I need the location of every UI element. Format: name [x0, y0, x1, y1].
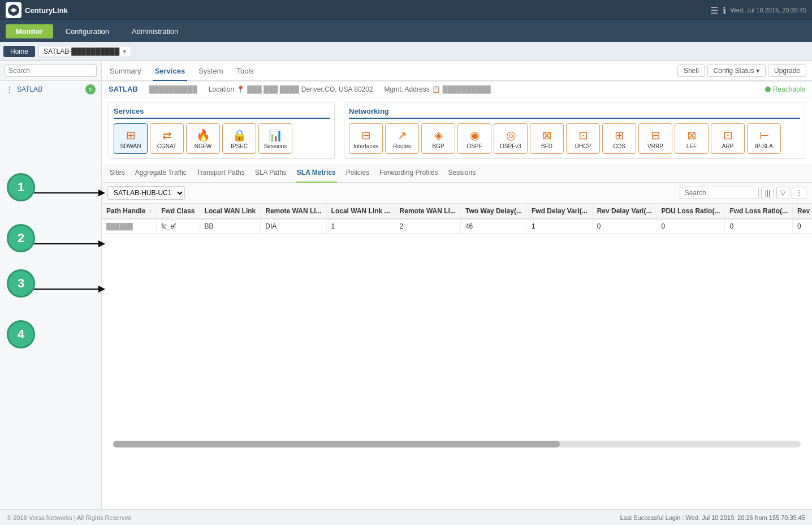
net-tile-interfaces[interactable]: ⊟ Interfaces — [349, 123, 383, 154]
sub-tab-aggregate-traffic[interactable]: Aggregate Traffic — [134, 164, 188, 183]
home-button[interactable]: Home — [3, 46, 35, 57]
net-tile-bgp[interactable]: ◈ BGP — [421, 123, 455, 154]
cell-remote-wan-link: DIA — [261, 219, 326, 234]
config-status-button[interactable]: Config Status ▾ — [707, 64, 766, 77]
cos-icon: ⊞ — [615, 128, 624, 142]
sub-tab-policies[interactable]: Policies — [345, 164, 370, 183]
nav-configuration[interactable]: Configuration — [55, 24, 119, 38]
annotation-arrow-2 — [34, 235, 113, 252]
ospf-icon: ◉ — [470, 128, 480, 142]
service-tile-ngfw[interactable]: 🔥 NGFW — [186, 123, 220, 154]
more-button[interactable]: ⋮ — [792, 187, 806, 199]
horizontal-scrollbar[interactable] — [113, 441, 801, 447]
annotation-1: 1 — [7, 173, 35, 201]
net-tile-vrrp[interactable]: ⊟ VRRP — [638, 123, 672, 154]
service-tile-ipsec[interactable]: 🔒 IPSEC — [222, 123, 256, 154]
device-selector[interactable]: SATLAB-██████████ ▾ — [38, 46, 131, 57]
bfd-label: BFD — [541, 143, 552, 149]
col-rev-loss[interactable]: Rev Loss — [793, 204, 812, 219]
col-remote-wan-link-num[interactable]: Remote WAN Li... — [395, 204, 460, 219]
green-dot-icon — [765, 87, 771, 92]
services-panel-title: Services — [114, 107, 330, 119]
sidebar-item-label: SATLAB — [17, 85, 42, 93]
cell-fwd-class: fc_ef — [157, 219, 200, 234]
search-input[interactable] — [5, 64, 97, 77]
sub-tabs: Sites Aggregate Traffic Transport Paths … — [102, 163, 812, 183]
col-remote-wan-link[interactable]: Remote WAN Li... — [261, 204, 326, 219]
service-tile-sessions[interactable]: 📊 Sessions — [258, 123, 292, 154]
nav-administration[interactable]: Administration — [122, 24, 188, 38]
tab-system[interactable]: System — [196, 62, 225, 81]
col-rev-delay-var[interactable]: Rev Delay Vari(... — [592, 204, 656, 219]
nav-monitor[interactable]: Monitor — [6, 24, 53, 38]
net-tile-ip-sla[interactable]: ⊢ IP-SLA — [747, 123, 781, 154]
table-search-input[interactable] — [680, 187, 759, 199]
cell-fwd-delay-var: 1 — [526, 219, 592, 234]
routes-icon: ↗ — [398, 128, 407, 142]
annotation-arrow-1 — [34, 184, 113, 201]
col-local-wan-link-num[interactable]: Local WAN Link ... — [326, 204, 395, 219]
columns-button[interactable]: ||| — [761, 187, 774, 199]
networking-panel-title: Networking — [349, 107, 800, 119]
ospf-label: OSPF — [467, 143, 482, 149]
copy-icon[interactable]: 📋 — [432, 85, 440, 93]
net-tile-cos[interactable]: ⊞ COS — [602, 123, 636, 154]
list-icon[interactable]: ☰ — [710, 5, 718, 16]
filter-button[interactable]: ▽ — [776, 187, 789, 199]
device-table-selector[interactable]: SATLAB-HUB-UC1 — [107, 186, 185, 200]
logo: CenturyLink — [6, 2, 68, 18]
net-tile-dhcp[interactable]: ⊡ DHCP — [566, 123, 600, 154]
col-local-wan-link[interactable]: Local WAN Link — [200, 204, 261, 219]
service-tile-cgnat[interactable]: ⇄ CGNAT — [150, 123, 184, 154]
sub-tab-transport-paths[interactable]: Transport Paths — [196, 164, 246, 183]
refresh-button[interactable]: ↻ — [85, 84, 96, 94]
col-path-handle[interactable]: Path Handle ↑ — [102, 204, 157, 219]
cell-local-wan-link: BB — [200, 219, 261, 234]
net-tile-ospfv3[interactable]: ◎ OSPFv3 — [494, 123, 528, 154]
tab-tools[interactable]: Tools — [234, 62, 256, 81]
shell-button[interactable]: Shell — [677, 64, 705, 77]
interfaces-icon: ⊟ — [361, 128, 371, 142]
annotation-4: 4 — [7, 320, 35, 348]
annotation-2: 2 — [7, 224, 35, 252]
tab-summary[interactable]: Summary — [107, 62, 144, 81]
vrrp-icon: ⊟ — [651, 128, 660, 142]
col-fwd-delay-var[interactable]: Fwd Delay Vari(... — [526, 204, 592, 219]
svg-point-1 — [12, 8, 15, 12]
sub-tab-sla-paths[interactable]: SLA Paths — [254, 164, 288, 183]
net-tile-arp[interactable]: ⊡ ARP — [711, 123, 745, 154]
net-tile-ospf[interactable]: ◉ OSPF — [457, 123, 491, 154]
table-row: ██████ fc_ef BB DIA 1 2 46 1 0 0 0 0 — [102, 219, 812, 234]
col-fwd-class[interactable]: Fwd Class — [157, 204, 200, 219]
sub-tab-sessions[interactable]: Sessions — [447, 164, 477, 183]
net-tile-bfd[interactable]: ⊠ BFD — [530, 123, 564, 154]
footer: © 2018 Versa Networks | All Rights Reser… — [0, 509, 812, 525]
sub-tab-forwarding-profiles[interactable]: Forwarding Profiles — [378, 164, 439, 183]
upgrade-button[interactable]: Upgrade — [768, 64, 806, 77]
device-name-blurred: ██████████ — [149, 85, 197, 93]
table-header-row: Path Handle ↑ Fwd Class Local WAN Link R… — [102, 204, 812, 219]
interfaces-label: Interfaces — [353, 143, 378, 149]
lef-icon: ⊠ — [687, 128, 697, 142]
col-fwd-loss-ratio[interactable]: Fwd Loss Ratio(... — [725, 204, 793, 219]
networking-panel: Networking ⊟ Interfaces ↗ Routes ◈ BGP — [344, 102, 805, 159]
net-tile-routes[interactable]: ↗ Routes — [385, 123, 419, 154]
sub-tab-sla-metrics[interactable]: SLA Metrics — [296, 164, 337, 183]
col-two-way-delay[interactable]: Two Way Delay(... — [460, 204, 526, 219]
cell-remote-wan-link-num: 2 — [395, 219, 460, 234]
sub-tab-sites[interactable]: Sites — [109, 164, 126, 183]
net-tile-lef[interactable]: ⊠ LEF — [675, 123, 709, 154]
device-header: SATLAB ██████████ Location 📍 ███ ███ ███… — [102, 81, 812, 97]
action-buttons: Shell Config Status ▾ Upgrade — [677, 64, 806, 77]
sidebar-item-satlab[interactable]: ⋮ SATLAB ↻ — [0, 81, 101, 98]
ipsec-label: IPSEC — [231, 143, 248, 149]
reachable-label: Reachable — [773, 85, 805, 93]
info-icon[interactable]: ℹ — [723, 5, 726, 16]
sessions-icon: 📊 — [269, 128, 283, 142]
col-pdu-loss-ratio[interactable]: PDU Loss Ratio(... — [656, 204, 725, 219]
reachable-badge: Reachable — [765, 85, 805, 93]
service-tile-sdwan[interactable]: ⊞ SDWAN — [114, 123, 148, 154]
tab-services[interactable]: Services — [153, 62, 188, 81]
datetime: Wed, Jul 10 2019, 20:26:45 — [731, 7, 806, 14]
chevron-down-icon: ▾ — [123, 48, 126, 55]
